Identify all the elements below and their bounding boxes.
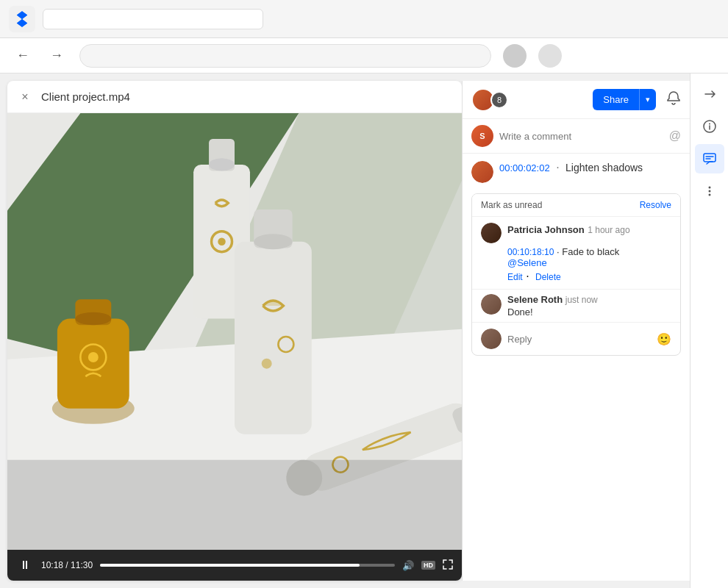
delete-link[interactable]: Delete — [535, 272, 561, 282]
thread-comment-text-content: Fade to black — [562, 246, 619, 257]
svg-point-15 — [75, 312, 111, 325]
comments-panel: 8 Share ▾ S @ — [462, 81, 690, 581]
video-title: Client project.mp4 — [41, 90, 130, 103]
svg-point-36 — [708, 194, 710, 196]
svg-point-35 — [708, 190, 710, 193]
reply-input-avatar — [481, 329, 502, 349]
sidebar-info-button[interactable] — [695, 112, 724, 141]
svg-rect-13 — [57, 319, 129, 409]
fullscreen-button[interactable] — [443, 559, 453, 572]
video-controls: ⏸ 10:18 / 11:30 🔊 HD — [7, 550, 462, 581]
reply-content: Selene Roth just now Done! — [507, 294, 671, 318]
volume-button[interactable]: 🔊 — [402, 560, 414, 571]
right-sidebar — [690, 74, 728, 588]
thread-time: 1 hour ago — [588, 225, 629, 235]
resolve-button[interactable]: Resolve — [640, 200, 671, 210]
progress-fill — [100, 564, 360, 567]
bell-icon — [666, 90, 681, 105]
nav-extra-button[interactable] — [538, 44, 562, 68]
svg-point-17 — [88, 352, 99, 362]
nav-address-bar[interactable] — [79, 44, 491, 68]
reply-input[interactable] — [507, 334, 651, 345]
main-content: × Client project.mp4 — [0, 74, 728, 588]
sidebar-more-button[interactable] — [695, 176, 724, 206]
reply-time: just now — [565, 295, 598, 305]
svg-point-11 — [218, 237, 225, 245]
sidebar-expand-button[interactable] — [695, 79, 724, 109]
edit-link[interactable]: Edit — [507, 272, 523, 282]
nav-profile-avatar — [503, 44, 527, 68]
reply-user-line: Selene Roth just now — [507, 294, 671, 305]
timestamp-comment-avatar — [471, 161, 493, 183]
thread-reply: Selene Roth just now Done! — [472, 289, 680, 322]
close-button[interactable]: × — [16, 88, 34, 106]
svg-point-20 — [254, 234, 292, 249]
share-button[interactable]: Share — [593, 89, 639, 110]
video-scene — [7, 113, 462, 550]
info-icon — [702, 119, 717, 134]
reply-emoji-button[interactable]: 🙂 — [657, 332, 671, 346]
thread-comment-avatar — [481, 223, 502, 243]
reply-user-row: Selene Roth just now Done! — [481, 294, 671, 318]
svg-rect-0 — [9, 6, 35, 32]
thread-timestamp-link[interactable]: 00:10:18:10 — [507, 247, 554, 257]
comment-input-area: S @ — [463, 119, 690, 154]
browser-bar — [0, 0, 728, 38]
browser-address-bar[interactable] — [43, 9, 263, 29]
svg-point-9 — [209, 158, 235, 171]
nav-bar: ← → — [0, 38, 728, 74]
timestamp-comment-area: 00:00:02:02 · Lighten shadows — [463, 154, 690, 190]
at-mention-button[interactable]: @ — [669, 129, 681, 143]
svg-rect-31 — [704, 154, 715, 162]
expand-icon — [702, 87, 717, 101]
dropbox-logo — [9, 6, 35, 32]
notification-button[interactable] — [666, 90, 681, 109]
reply-input-row: 🙂 — [472, 322, 680, 355]
thread-comment: Patricia Johnson 1 hour ago 00:10:18:10 … — [472, 216, 680, 289]
reply-user-name: Selene Roth — [507, 294, 563, 305]
comment-user-avatar: S — [471, 125, 493, 147]
forward-button[interactable]: → — [46, 45, 68, 67]
share-dropdown-button[interactable]: ▾ — [639, 89, 656, 110]
timestamp-comment-text: Lighten shadows — [565, 162, 643, 173]
comment-input[interactable] — [499, 131, 663, 142]
more-icon — [702, 184, 717, 198]
back-button[interactable]: ← — [12, 45, 34, 67]
svg-point-22 — [262, 359, 272, 369]
share-button-group: Share ▾ — [593, 89, 656, 110]
comments-header: 8 Share ▾ — [463, 81, 690, 119]
thread-user-name: Patricia Johnson — [507, 224, 585, 235]
thread-header: Mark as unread Resolve — [472, 194, 680, 216]
fullscreen-icon — [443, 559, 453, 570]
progress-bar[interactable] — [100, 564, 395, 567]
svg-point-30 — [709, 123, 710, 125]
sidebar-comments-button[interactable] — [695, 144, 724, 173]
video-header: × Client project.mp4 — [7, 81, 462, 113]
avatars-group: 8 — [471, 88, 508, 112]
avatar-count: 8 — [490, 91, 508, 109]
timestamp-link[interactable]: 00:00:02:02 — [499, 162, 550, 173]
video-panel: × Client project.mp4 — [7, 81, 462, 581]
time-display: 10:18 / 11:30 — [41, 560, 93, 570]
play-pause-button[interactable]: ⏸ — [16, 556, 34, 574]
timestamp-comment-header: 00:00:02:02 · Lighten shadows — [499, 161, 643, 176]
thread-comment-meta: Patricia Johnson 1 hour ago — [507, 223, 630, 236]
thread-comment-body: 00:10:18:10 · Fade to black — [507, 246, 671, 257]
thread-user-row: Patricia Johnson 1 hour ago — [481, 223, 671, 243]
hd-badge: HD — [421, 561, 435, 570]
comment-thread-box: Mark as unread Resolve Patricia Johnson … — [471, 193, 681, 356]
timestamp-comment-content: 00:00:02:02 · Lighten shadows — [499, 161, 643, 176]
comments-icon — [702, 151, 717, 166]
svg-point-34 — [708, 187, 710, 189]
video-container[interactable] — [7, 113, 462, 550]
reply-text: Done! — [507, 306, 671, 318]
svg-rect-18 — [235, 242, 312, 434]
edit-delete-row: Edit · Delete — [507, 270, 671, 283]
svg-rect-27 — [7, 460, 462, 550]
reply-avatar — [481, 294, 502, 315]
mention-link[interactable]: @Selene — [507, 257, 547, 268]
mark-unread-button[interactable]: Mark as unread — [481, 200, 542, 210]
thread-mention: @Selene — [507, 257, 671, 268]
